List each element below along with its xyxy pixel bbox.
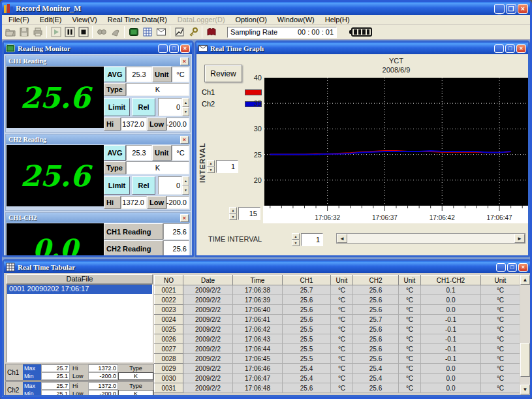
chart-tool-icon[interactable] — [172, 26, 186, 39]
sampling-rate-control[interactable]: Sampling Rate 00 : 00 : 01 — [227, 27, 337, 38]
spin-up-icon[interactable]: ▲ — [182, 176, 189, 185]
maximize-button[interactable]: □ — [507, 263, 517, 272]
scroll-down-icon[interactable]: ▼ — [520, 385, 530, 394]
open-icon[interactable] — [3, 26, 17, 39]
ch1-rel-button[interactable]: Rel — [132, 98, 155, 116]
maximize-button[interactable]: □ — [169, 44, 179, 53]
y-axis-tick-label: 20 — [241, 176, 262, 184]
scroll-right-icon[interactable]: ► — [514, 234, 525, 243]
key-icon[interactable] — [186, 26, 200, 39]
scroll-track[interactable] — [347, 234, 514, 243]
ch1-min-value: 25.1 — [41, 372, 70, 380]
ch2-limit-button[interactable]: Limit — [104, 176, 130, 195]
x-axis-tick-label: 17:06:42 — [422, 214, 462, 221]
close-button[interactable]: × — [518, 4, 528, 14]
ch1-limit-button[interactable]: Limit — [104, 98, 130, 116]
ch1-avg-button[interactable]: AVG — [104, 67, 126, 82]
table-row[interactable]: 00292009/2/217:06:4625.4°C25.4°C0.0°C — [155, 364, 520, 374]
table-vertical-scrollbar[interactable]: ▲ ▼ — [520, 275, 530, 394]
interval-spinner[interactable]: ▲▼ 1 — [207, 160, 238, 173]
ch2-rel-button[interactable]: Rel — [132, 176, 155, 195]
menu-window-w[interactable]: Window(W) — [272, 16, 320, 24]
restore-button[interactable]: ❐ — [506, 4, 516, 14]
spin-up-icon[interactable]: ▲ — [207, 160, 215, 167]
ch2-summary: Ch2 Max 25.7 Hi 1372.0 Type Min — [5, 381, 154, 397]
y-min-value[interactable]: 15 — [238, 207, 260, 220]
time-interval-value[interactable]: 1 — [301, 233, 323, 246]
table-row[interactable]: 00252009/2/217:06:4225.5°C25.6°C-0.1°C — [155, 325, 520, 334]
spin-down-icon[interactable]: ▼ — [207, 167, 215, 173]
close-button[interactable]: × — [518, 263, 528, 272]
close-icon[interactable]: × — [180, 136, 189, 144]
menu-help-h[interactable]: Help(H) — [320, 16, 355, 24]
menu-option-o[interactable]: Option(O) — [230, 16, 272, 24]
scroll-thumb[interactable] — [520, 343, 530, 377]
scroll-up-icon[interactable]: ▲ — [520, 275, 530, 285]
read-continuous-icon[interactable] — [108, 26, 122, 39]
menu-edit-e[interactable]: Edit(E) — [35, 16, 67, 24]
minimize-button[interactable]: _ — [494, 44, 504, 53]
time-interval-spinner[interactable]: ▲▼ 1 — [292, 233, 323, 246]
spin-up-icon[interactable]: ▲ — [182, 98, 189, 107]
interval-value[interactable]: 1 — [216, 160, 238, 173]
help-book-icon[interactable] — [204, 26, 218, 39]
table-row[interactable]: 00302009/2/217:06:4725.4°C25.4°C0.0°C — [155, 374, 520, 383]
read-once-icon[interactable] — [95, 26, 108, 39]
reading-monitor-icon — [6, 44, 15, 53]
min-label: Min — [23, 372, 41, 380]
table-row[interactable]: 00282009/2/217:06:4525.5°C25.6°C-0.1°C — [155, 354, 520, 364]
pause-icon[interactable] — [63, 26, 76, 39]
menu-file-f[interactable]: File(F) — [3, 16, 35, 24]
review-button[interactable]: Review — [204, 65, 242, 82]
column-header: NO — [155, 276, 183, 285]
max-label: Max — [23, 364, 41, 372]
table-row[interactable]: 00312009/2/217:06:4825.6°C25.6°C0.0°C — [155, 383, 520, 393]
spin-down-icon[interactable]: ▼ — [182, 107, 189, 116]
stop-icon[interactable] — [76, 26, 90, 39]
maximize-button[interactable]: □ — [505, 44, 515, 53]
ch2-min-value: 25.1 — [41, 390, 70, 397]
close-icon[interactable]: × — [180, 214, 189, 222]
y-min-spinner[interactable]: ▲▼ 15 — [229, 207, 260, 220]
main-titlebar: Record Monitor_M _ ❐ × — [2, 2, 530, 15]
minimize-button[interactable]: _ — [496, 263, 506, 272]
datafile-list[interactable]: 0001 20090202 17:06:17 — [7, 284, 153, 362]
toolbar-separator — [92, 26, 93, 38]
spin-down-icon[interactable]: ▼ — [229, 214, 237, 220]
close-button[interactable]: × — [516, 44, 526, 53]
table-row[interactable]: 00242009/2/217:06:4125.6°C25.7°C-0.1°C — [155, 315, 520, 325]
ch2-rel-spinner[interactable]: 0 ▲▼ — [158, 176, 189, 195]
close-button[interactable]: × — [180, 44, 190, 53]
datafile-item[interactable]: 0001 20090202 17:06:17 — [7, 285, 152, 294]
reading-monitor-icon[interactable] — [127, 26, 140, 39]
menu-view-v[interactable]: View(V) — [67, 16, 102, 24]
print-icon[interactable] — [31, 26, 44, 39]
graph-icon[interactable] — [154, 26, 168, 39]
menu-real-time-data-r[interactable]: Real Time Data(R) — [102, 16, 172, 24]
ch2-type-select[interactable]: K — [118, 390, 153, 397]
spin-down-icon[interactable]: ▼ — [292, 240, 300, 246]
spin-up-icon[interactable]: ▲ — [292, 233, 300, 240]
toolbar: Sampling Rate 00 : 00 : 01 — [2, 25, 530, 40]
table-row[interactable]: 00212009/2/217:06:3825.7°C25.6°C0.1°C — [155, 285, 520, 295]
table-row[interactable]: 00222009/2/217:06:3925.6°C25.6°C0.0°C — [155, 295, 520, 305]
ch2-summary-label: Ch2 — [6, 382, 23, 397]
ch1-type-select[interactable]: K — [118, 372, 153, 380]
minimize-button[interactable]: _ — [158, 44, 168, 53]
save-icon[interactable] — [17, 26, 31, 39]
scroll-track[interactable] — [520, 285, 530, 385]
spin-down-icon[interactable]: ▼ — [182, 185, 189, 195]
play-icon[interactable] — [49, 26, 63, 39]
spin-up-icon[interactable]: ▲ — [229, 207, 237, 214]
tabular-icon[interactable] — [140, 26, 154, 39]
ch1-rel-spinner[interactable]: 0 ▲▼ — [158, 98, 189, 116]
chart-date: 2008/6/9 — [264, 66, 528, 74]
minimize-button[interactable]: _ — [494, 4, 505, 14]
ch2-avg-button[interactable]: AVG — [104, 145, 126, 161]
table-row[interactable]: 00262009/2/217:06:4325.5°C25.6°C-0.1°C — [155, 334, 520, 344]
close-icon[interactable]: × — [180, 57, 189, 65]
table-row[interactable]: 00232009/2/217:06:4025.6°C25.6°C0.0°C — [155, 305, 520, 315]
table-row[interactable]: 00272009/2/217:06:4425.5°C25.6°C-0.1°C — [155, 344, 520, 354]
graph-horizontal-scrollbar[interactable]: ◄ ► — [336, 233, 525, 244]
scroll-left-icon[interactable]: ◄ — [337, 234, 347, 243]
